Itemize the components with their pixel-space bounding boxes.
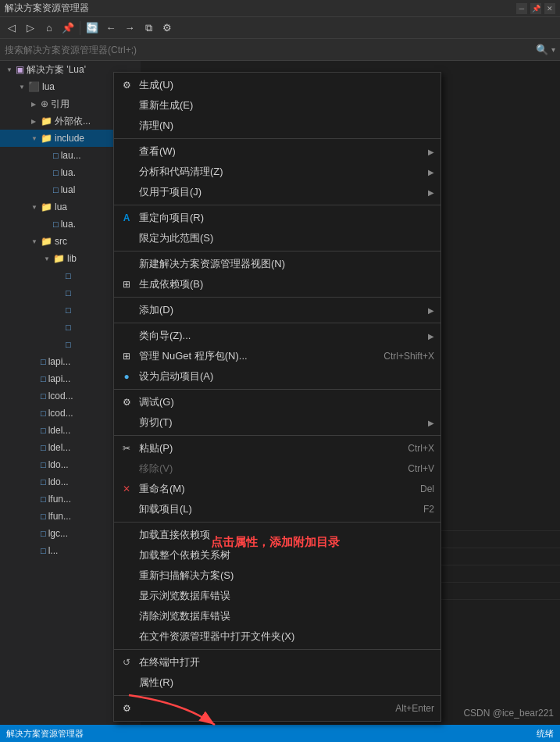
menu-load-direct[interactable]: 加载整个依赖关系树 [114, 545, 441, 565]
menu-rescan-label: 显示浏览数据库错误 [139, 589, 230, 603]
menu-open-terminal[interactable]: 属性(R) [114, 672, 441, 693]
search-bar: 🔍 ▾ [0, 39, 560, 61]
dropdown-icon[interactable]: ▾ [551, 45, 555, 54]
menu-cut-label: 粘贴(P) [139, 441, 173, 455]
context-menu: ⚙ 生成(U) 重新生成(E) 清理(N) 查看(W) ▶ 分析和代码清理(Z)… [113, 72, 441, 722]
project-icon: ⬛ [28, 81, 40, 92]
menu-retarget[interactable]: 限定为此范围(S) [114, 228, 441, 248]
folder-icon: 📁 [41, 133, 52, 144]
menu-class-wizard[interactable]: ⊞ 管理 NuGet 程序包(N)... Ctrl+Shift+X [114, 346, 441, 366]
menu-nuget-label: 设为启动项目(A) [139, 369, 213, 383]
refresh-button[interactable]: 🔄 [84, 20, 101, 37]
folder-icon: 📁 [41, 236, 52, 247]
new-view-button[interactable]: ⧉ [140, 20, 157, 37]
menu-rescan[interactable]: 显示浏览数据库错误 [114, 586, 441, 606]
menu-terminal-label: 属性(R) [139, 676, 173, 690]
azure-icon: A [119, 212, 134, 223]
minimize-button[interactable]: ─ [516, 3, 527, 14]
home-button[interactable]: ⌂ [41, 20, 58, 37]
file-label: l... [48, 545, 59, 556]
file-label: ldel... [48, 425, 71, 436]
file-label: ldel... [48, 442, 71, 453]
nav-forward-button[interactable]: → [121, 20, 138, 37]
menu-remove-label: 重命名(M) [139, 482, 185, 496]
external-deps-label: 外部依... [55, 115, 91, 128]
status-right: 统绪 [537, 728, 554, 740]
menu-load-tree[interactable]: 重新扫描解决方案(S) [114, 565, 441, 586]
lua-folder-label: lua [55, 202, 67, 212]
project-label: lua [42, 81, 55, 92]
menu-retarget-label: 限定为此范围(S) [139, 231, 213, 245]
separator [80, 21, 80, 35]
menu-project-only[interactable]: 仅用于项目(J) ▶ [114, 182, 441, 202]
menu-unload[interactable]: 加载直接依赖项 [114, 525, 441, 545]
menu-open-explorer[interactable]: ↺ 在终端中打开 [114, 652, 441, 672]
menu-publish-azure[interactable]: A 重定向项目(R) [114, 208, 441, 228]
search-input[interactable] [5, 45, 533, 55]
file-icon: □ [41, 512, 46, 521]
file-label: lapi... [48, 373, 71, 384]
back-button[interactable]: ◁ [3, 20, 20, 37]
separator-6 [114, 389, 441, 390]
arrow-icon [6, 66, 16, 73]
file-icon: □ [53, 151, 59, 160]
separator-8 [114, 522, 441, 523]
menu-build[interactable]: ⚙ 生成(U) [114, 75, 441, 95]
watermark: CSDN @ice_bear221 [463, 708, 554, 719]
menu-add[interactable]: 类向导(Z)... ▶ [114, 326, 441, 346]
forward-button[interactable]: ▷ [22, 20, 39, 37]
menu-view[interactable]: 查看(W) ▶ [114, 141, 441, 162]
file-label: lua. [61, 219, 76, 230]
menu-show-errors-label: 清除浏览数据库错误 [139, 609, 230, 623]
submenu-arrow: ▶ [428, 188, 434, 197]
menu-newview-label: 生成依赖项(B) [139, 277, 203, 291]
separator-4 [114, 297, 441, 298]
file-icon: □ [66, 271, 71, 280]
file-icon: □ [66, 288, 71, 298]
menu-clear-errors[interactable]: 在文件资源管理器中打开文件夹(X) [114, 626, 441, 647]
menu-properties[interactable]: ⚙ Alt+Enter [114, 698, 441, 719]
menu-deps-label: 添加(D) [139, 303, 173, 317]
file-label: ldo... [48, 476, 69, 487]
pin-toolbar-button[interactable]: 📌 [59, 20, 77, 37]
menu-startup-label: 调试(G) [139, 395, 174, 409]
newview-icon: ⊞ [119, 279, 134, 290]
menu-new-view[interactable]: ⊞ 生成依赖项(B) [114, 274, 441, 294]
menu-paste[interactable]: 移除(V) Ctrl+V [114, 458, 441, 479]
file-label: lgc... [48, 528, 68, 539]
separator-1 [114, 138, 441, 139]
menu-clean[interactable]: 清理(N) [114, 116, 441, 136]
nav-back-button[interactable]: ← [102, 20, 119, 37]
menu-rename[interactable]: 卸载项目(L) F2 [114, 499, 441, 519]
menu-rename-label: 卸载项目(L) [139, 502, 192, 516]
menu-scope[interactable]: 新建解决方案资源管理器视图(N) [114, 254, 441, 274]
folder-icon: 📁 [53, 253, 65, 264]
menu-dependencies[interactable]: 添加(D) ▶ [114, 300, 441, 320]
file-label: ldo... [48, 459, 69, 470]
menu-analyze[interactable]: 分析和代码清理(Z) ▶ [114, 162, 441, 182]
menu-set-startup[interactable]: ⚙ 调试(G) [114, 392, 441, 412]
submenu-arrow: ▶ [428, 306, 434, 315]
file-label: lua. [61, 167, 76, 178]
menu-nuget[interactable]: ● 设为启动项目(A) [114, 366, 441, 387]
menu-debug[interactable]: 剪切(T) ▶ [114, 412, 441, 433]
menu-rebuild[interactable]: 重新生成(E) [114, 95, 441, 116]
menu-cut[interactable]: ✂ 粘贴(P) Ctrl+X [114, 438, 441, 458]
menu-rebuild-label: 重新生成(E) [139, 98, 193, 112]
file-icon: □ [41, 443, 46, 452]
file-icon: □ [41, 460, 46, 469]
menu-show-errors[interactable]: 清除浏览数据库错误 [114, 606, 441, 626]
search-icon[interactable]: 🔍 [536, 44, 548, 55]
file-label: lau... [61, 150, 81, 161]
pin-button[interactable]: 📌 [530, 3, 541, 14]
close-button[interactable]: ✕ [544, 3, 555, 14]
separator-2 [114, 205, 441, 205]
settings-button[interactable]: ⚙ [159, 20, 176, 37]
menu-remove[interactable]: ✕ 重命名(M) Del [114, 479, 441, 499]
separator-5 [114, 323, 441, 323]
remove-icon: ✕ [119, 483, 134, 494]
separator-3 [114, 251, 441, 251]
explorer-icon: ↺ [119, 657, 134, 668]
file-icon: □ [53, 219, 59, 229]
cut-icon: ✂ [119, 443, 134, 454]
